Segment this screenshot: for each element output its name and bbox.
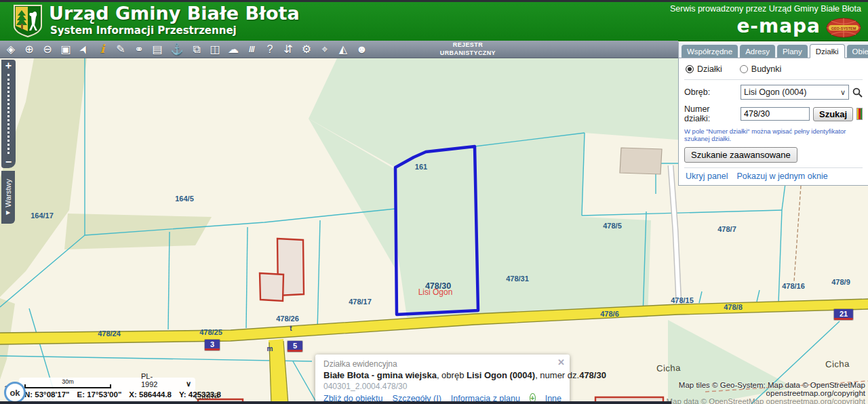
emapa-brand[interactable]: e-mapa xyxy=(736,15,821,37)
top-strip xyxy=(0,0,868,2)
tab-obiekty[interactable]: Obiekty xyxy=(847,45,868,58)
coord-n: N: 53°08'17" xyxy=(24,390,70,399)
hatch-icon[interactable]: /// xyxy=(246,45,257,54)
legend-colors-icon[interactable] xyxy=(856,108,863,120)
scale-bar: 30m xyxy=(24,379,111,388)
parcel-label: 478/15 xyxy=(671,296,694,304)
radio-dzialki[interactable]: Działki xyxy=(686,64,722,74)
scale-triangle-icon[interactable]: ◭ xyxy=(338,44,349,55)
parcel-label: 478/7 xyxy=(717,225,736,233)
obreb-select[interactable]: Lisi Ogon (0004) ∨ xyxy=(741,85,849,100)
building-letter: m xyxy=(267,345,273,352)
zoom-out-icon[interactable]: ⊖ xyxy=(42,44,53,55)
user-comment-icon[interactable]: ☻ xyxy=(356,44,368,55)
zoom-in-button[interactable]: + xyxy=(5,60,12,72)
popup-type-label: Działka ewidencyjna xyxy=(323,359,561,369)
panels-icon[interactable]: ◫ xyxy=(210,44,220,55)
advanced-search-button[interactable]: Szukanie zaawansowane xyxy=(684,147,797,163)
building-478-5 xyxy=(620,148,662,174)
rejestr-urbanistyczny-button[interactable]: REJESTR URBANISTYCZNY xyxy=(440,41,496,57)
map-toolbar: ◈⊕⊖▣➤i✎⚭▤⚓⧉◫☁///?⇵⚙⌖◭☻ REJESTR URBANISTY… xyxy=(0,41,678,58)
tab-dzialki[interactable]: Działki xyxy=(810,44,845,58)
parcel-label: 478/8 xyxy=(724,303,743,311)
layers-panel-tab[interactable]: Warstwy ▶ xyxy=(1,171,15,224)
search-panel: Współrzędne Adresy Plany Działki Obiekty… xyxy=(678,42,868,186)
tab-plany[interactable]: Plany xyxy=(777,45,808,58)
bottom-strip xyxy=(0,401,671,404)
layers-icon[interactable]: ◈ xyxy=(5,44,16,55)
measure-icon[interactable]: ✎ xyxy=(115,44,126,55)
map-attribution: Map tiles © Geo-System; Map data © OpenS… xyxy=(666,381,865,404)
single-window-link[interactable]: Pokazuj w jednym oknie xyxy=(737,171,828,181)
street-label: Cicha xyxy=(825,359,850,369)
rejestr-line2: URBANISTYCZNY xyxy=(440,49,496,57)
crs-chevron-icon[interactable]: ∨ xyxy=(186,380,191,388)
zoom-in-icon[interactable]: ⊕ xyxy=(24,44,35,55)
parcel-label: 478/9 xyxy=(831,278,850,286)
radio-budynki[interactable]: Budynki xyxy=(740,64,781,74)
parcel-label: 478/6 xyxy=(600,310,619,318)
hide-panel-link[interactable]: Ukryj panel xyxy=(686,171,728,181)
parcel-label: 164/17 xyxy=(31,211,54,220)
street-label: Cicha xyxy=(656,363,681,373)
crs-label: PL-1992 xyxy=(141,372,161,388)
svg-text:GEO-SYSTEM: GEO-SYSTEM xyxy=(831,26,856,31)
stripe-green xyxy=(861,108,862,119)
help-icon[interactable]: ? xyxy=(264,44,275,55)
service-note: Serwis prowadzony przez Urząd Gminy Biał… xyxy=(670,4,861,14)
print-icon[interactable]: ▤ xyxy=(152,44,163,55)
copy-frames-icon[interactable]: ⧉ xyxy=(191,44,202,55)
preview-magnifier-icon[interactable]: ⌖ xyxy=(319,44,330,55)
parcel-label: 478/24 xyxy=(98,329,121,338)
info-icon[interactable]: i xyxy=(97,43,108,55)
parcel-label: 478/17 xyxy=(349,298,372,306)
select-area-icon[interactable]: ▣ xyxy=(60,44,71,55)
municipality-crest-logo xyxy=(14,5,42,40)
zoom-out-button[interactable]: − xyxy=(5,156,12,168)
building-letter: t xyxy=(290,325,292,332)
popup-close-icon[interactable]: ✕ xyxy=(557,357,565,367)
panel-tabs: Współrzędne Adresy Plany Działki Obiekty… xyxy=(679,42,868,58)
popup-parcel-description: Białe Błota - gmina wiejska, obręb Lisi … xyxy=(323,370,561,380)
chevron-down-icon: ∨ xyxy=(840,88,846,97)
obreb-selected-value: Lisi Ogon (0004) xyxy=(744,87,806,97)
popup-sep1: , obręb xyxy=(437,370,467,380)
link-icon[interactable]: ⚭ xyxy=(134,44,144,55)
cloud-sync-icon[interactable]: ⇵ xyxy=(283,44,294,55)
scale-label: 30m xyxy=(62,379,74,384)
coord-e: E: 17°53'00" xyxy=(77,390,122,399)
address-plate: 5 xyxy=(288,341,302,352)
anchor-icon[interactable]: ⚓ xyxy=(170,44,184,55)
parcel-label: 478/25 xyxy=(199,328,222,336)
search-magnifier-icon[interactable] xyxy=(852,87,863,98)
comment-cloud-icon[interactable]: ☁ xyxy=(228,44,239,55)
status-box: 30m PL-1992 ∨ N: 53°08'17" E: 17°53'00" … xyxy=(19,378,195,401)
cursor-icon[interactable]: ➤ xyxy=(77,42,91,56)
szukaj-button[interactable]: Szukaj xyxy=(813,107,853,121)
settings-gears-icon[interactable]: ⚙ xyxy=(301,44,312,55)
obreb-label: Obręb: xyxy=(684,87,737,97)
page-subtitle: System Informacji Przestrzennej xyxy=(50,24,237,37)
header-bar: Urząd Gminy Białe Błota System Informacj… xyxy=(0,0,868,41)
zoom-slider-dots[interactable] xyxy=(7,74,9,154)
attribution-line2[interactable]: openstreetmap.org/copyright xyxy=(666,389,865,397)
popup-sep2: , numer dz. xyxy=(535,370,579,380)
parcel-label: 478/26 xyxy=(276,315,299,323)
parcel-label: 478/16 xyxy=(782,282,805,290)
numer-dzialki-input[interactable] xyxy=(741,107,810,121)
expand-arrow-icon: ▶ xyxy=(6,209,10,216)
attribution-line1: Map tiles © Geo-System; Map data © OpenS… xyxy=(666,381,865,389)
numer-dzialki-label: Numer działki: xyxy=(684,104,737,123)
parcel-label: 478/5 xyxy=(603,222,622,230)
popup-obreb: Lisi Ogon (0004) xyxy=(467,370,535,380)
scale-bar-line xyxy=(24,384,111,388)
tab-wspolrzedne[interactable]: Współrzędne xyxy=(682,45,738,58)
search-hint: W pole "Numer działki" można wpisać pełn… xyxy=(684,127,863,143)
address-plate: 21 xyxy=(834,309,853,320)
tab-adresy[interactable]: Adresy xyxy=(740,45,775,58)
radio-dot xyxy=(740,65,748,73)
popup-parcel-id: 040301_2.0004.478/30 xyxy=(323,382,561,391)
coord-y: Y: 425323.8 xyxy=(179,390,221,399)
coord-x: X: 586444.8 xyxy=(129,390,172,399)
ok-button[interactable]: ok xyxy=(4,382,26,403)
